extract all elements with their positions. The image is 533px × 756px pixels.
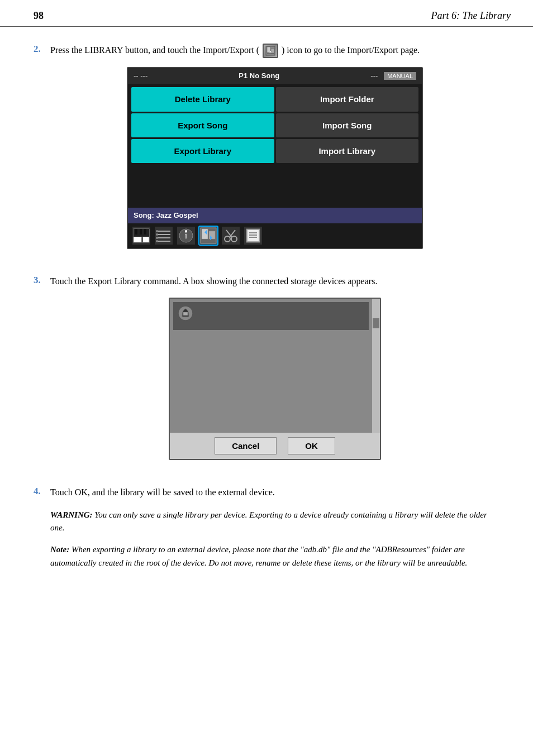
- storage-main: [170, 299, 380, 433]
- step-2-number: 2.: [34, 44, 50, 55]
- step-3: 3. Touch the Export Library command. A b…: [34, 275, 499, 470]
- usb-icon: [178, 305, 193, 327]
- ok-button[interactable]: OK: [288, 437, 335, 454]
- step-4-text: Touch OK, and the library will be saved …: [50, 486, 499, 500]
- screen-header: -- --- P1 No Song --- MANUAL: [128, 68, 422, 84]
- toolbar-importexport-icon[interactable]: [198, 226, 218, 246]
- note-paragraph: Note: When exporting a library to an ext…: [50, 543, 499, 570]
- svg-text:▐: ▐: [140, 237, 143, 243]
- device-screen: -- --- P1 No Song --- MANUAL Delete Libr…: [127, 67, 423, 249]
- svg-rect-27: [202, 229, 208, 239]
- note-text-content: When exporting a library to an external …: [50, 545, 467, 567]
- warning-paragraph: WARNING: You can only save a single libr…: [50, 509, 499, 535]
- toolbar-scissors-icon: [221, 226, 241, 246]
- screen-header-right: --- MANUAL: [370, 70, 416, 82]
- svg-rect-2: [271, 49, 274, 53]
- screen-toolbar: ▐: [128, 223, 422, 248]
- screen-song-label: Song: Jazz Gospel: [128, 208, 422, 223]
- svg-rect-38: [248, 230, 259, 241]
- storage-empty-area: [173, 332, 369, 421]
- cancel-button[interactable]: Cancel: [215, 437, 277, 454]
- import-export-icon: [263, 44, 278, 58]
- toolbar-list-icon: [154, 226, 174, 246]
- step-2: 2. Press the LIBRARY button, and touch t…: [34, 44, 499, 259]
- page-number: 98: [34, 10, 44, 22]
- svg-point-20: [156, 240, 158, 242]
- svg-point-19: [156, 237, 158, 239]
- svg-rect-43: [183, 312, 188, 315]
- page-title: Part 6: The Library: [431, 10, 511, 22]
- svg-rect-8: [135, 229, 137, 235]
- screen-header-center: P1 No Song: [239, 70, 279, 82]
- step-2-text: Press the LIBRARY button, and touch the …: [50, 44, 499, 58]
- svg-point-24: [185, 230, 187, 232]
- export-song-button[interactable]: Export Song: [131, 113, 274, 137]
- step-4: 4. Touch OK, and the library will be sav…: [34, 486, 499, 578]
- screen-header-left: -- ---: [134, 70, 147, 82]
- step-3-number: 3.: [34, 275, 50, 286]
- svg-point-18: [156, 233, 158, 236]
- delete-library-button[interactable]: Delete Library: [131, 87, 274, 111]
- step-4-number: 4.: [34, 486, 50, 497]
- toolbar-notes-icon: [243, 226, 263, 246]
- scroll-thumb: [373, 318, 379, 328]
- step-4-content: Touch OK, and the library will be saved …: [50, 486, 499, 578]
- import-library-button[interactable]: Import Library: [276, 139, 419, 163]
- step-2-content: Press the LIBRARY button, and touch the …: [50, 44, 499, 259]
- storage-list-item[interactable]: [173, 302, 369, 330]
- screen-buttons: Delete Library Import Folder Export Song…: [128, 84, 422, 163]
- warning-text-content: You can only save a single library per d…: [50, 510, 487, 532]
- svg-rect-9: [140, 229, 142, 235]
- toolbar-piano-icon: ▐: [131, 226, 151, 246]
- import-song-button[interactable]: Import Song: [276, 113, 419, 137]
- step-3-text: Touch the Export Library command. A box …: [50, 275, 499, 289]
- storage-list: [170, 299, 372, 433]
- page-header: 98 Part 6: The Library: [0, 0, 533, 27]
- svg-point-17: [156, 230, 158, 232]
- storage-footer: Cancel OK: [170, 433, 380, 459]
- storage-dialog: Cancel OK: [169, 298, 381, 460]
- note-label: Note:: [50, 545, 69, 554]
- content-area: 2. Press the LIBRARY button, and touch t…: [0, 27, 533, 611]
- step-3-content: Touch the Export Library command. A box …: [50, 275, 499, 470]
- scroll-track: [372, 299, 380, 433]
- toolbar-info-icon: i: [176, 226, 196, 246]
- screen-empty-area: [128, 163, 422, 208]
- import-folder-button[interactable]: Import Folder: [276, 87, 419, 111]
- warning-label: WARNING:: [50, 510, 93, 519]
- export-library-button[interactable]: Export Library: [131, 139, 274, 163]
- manual-badge: MANUAL: [384, 72, 416, 80]
- svg-rect-10: [144, 229, 146, 235]
